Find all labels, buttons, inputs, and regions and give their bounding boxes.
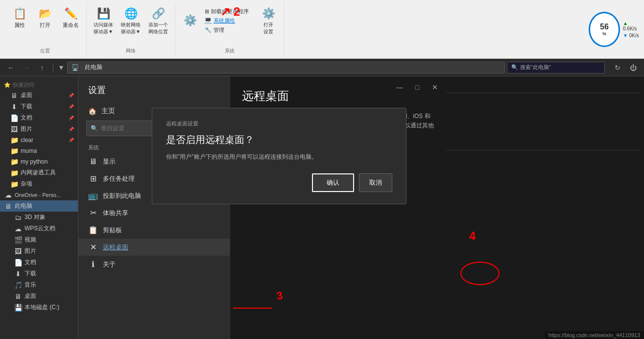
refresh-button[interactable]: ↻ <box>611 61 624 74</box>
video-icon: 🎬 <box>14 236 23 244</box>
project-icon: 📺 <box>88 191 98 200</box>
minimize-button[interactable]: — <box>393 80 406 94</box>
path-bar[interactable]: 🖥️ › 此电脑 <box>67 62 505 73</box>
up-button[interactable]: ↑ <box>35 61 49 74</box>
pictures-icon: 🖼 <box>10 125 19 133</box>
settings-title: 设置 <box>78 76 230 102</box>
sidebar-item-docs[interactable]: 📄 文档 📌 <box>0 112 78 123</box>
map-network-icon: 🌐 <box>123 6 139 22</box>
sidebar-item-desktop2[interactable]: 🖥 桌面 <box>0 291 78 302</box>
sidebar-item-muma[interactable]: 📁 muma <box>0 145 78 156</box>
sidebar-item-desktop[interactable]: 🖥 桌面 📌 <box>0 90 78 101</box>
onedrive-icon: ☁ <box>4 191 13 199</box>
desktop-icon: 🖥 <box>10 92 19 99</box>
open-icon: 📂 <box>37 6 53 22</box>
muma-icon: 📁 <box>10 147 19 155</box>
home-icon: 🏠 <box>88 107 96 115</box>
zaji-icon: 📁 <box>10 180 19 188</box>
sidebar-item-docs2[interactable]: 📄 文档 <box>0 257 78 268</box>
power-button[interactable]: ⏻ <box>626 61 640 74</box>
system-props-button[interactable]: 🖥️ 系统属性 <box>202 16 238 25</box>
sidebar-item-localc[interactable]: 💾 本地磁盘 (C:) <box>0 302 78 313</box>
sidebar-item-pictures[interactable]: 🖼 图片 📌 <box>0 123 78 135</box>
pic2-icon: 🖼 <box>14 247 23 255</box>
access-media-button[interactable]: 💾 访问媒体驱动器▼ <box>91 4 116 37</box>
properties-icon: 📋 <box>12 6 27 22</box>
map-network-button[interactable]: 🌐 映射网络驱动器▼ <box>118 4 143 37</box>
sidebar-item-download[interactable]: ⬇ 下载 📌 <box>0 101 78 112</box>
search-bar[interactable]: 🔍 搜索"此电脑" <box>507 62 605 73</box>
wpscloud-icon: ☁ <box>14 225 23 233</box>
sidebar-item-music[interactable]: 🎵 音乐 <box>0 279 78 291</box>
settings-icon: ⚙️ <box>182 13 198 28</box>
status-bar: https://blog.csdn.net/weixin_44110913 <box>545 331 644 339</box>
speed-values: ▲ 0.6K/s ▼ 0K/s <box>623 21 641 38</box>
recent-btn[interactable]: ▾ <box>57 62 65 73</box>
sidebar-item-dl2[interactable]: ⬇ 下载 <box>0 268 78 279</box>
search-icon: 🔍 <box>91 125 98 132</box>
confirm-button[interactable]: 确认 <box>312 173 354 192</box>
sidebar-item-zaji[interactable]: 📁 杂项 <box>0 178 78 190</box>
manage-button[interactable]: 🔧 管理 <box>202 25 227 35</box>
system-btn-labels: ⊞ 卸载或更改程序 🖥️ 系统属性 🔧 管理 <box>202 7 252 35</box>
docs2-icon: 📄 <box>14 259 23 266</box>
settings-item-clipboard[interactable]: 📋 剪贴板 <box>78 221 230 239</box>
docs-icon: 📄 <box>10 114 19 122</box>
rename-icon: ✏️ <box>63 6 78 22</box>
sidebar-item-pic2[interactable]: 🖼 图片 <box>0 245 78 257</box>
toolbar-row-location: 📋 属性 📂 打开 ✏️ 重命名 <box>8 4 82 31</box>
thispc-icon: 🖥 <box>4 202 13 210</box>
sidebar-item-thispc[interactable]: 🖥 此电脑 <box>0 200 78 212</box>
close-button[interactable]: ✕ <box>428 80 442 94</box>
display-icon: 🖥 <box>88 157 98 166</box>
settings-item-share[interactable]: ✂ 体验共享 <box>78 204 230 221</box>
add-network-icon: 🔗 <box>150 6 166 22</box>
add-network-button[interactable]: 🔗 添加一个网络位置 <box>145 4 171 37</box>
nav-divider <box>53 63 53 73</box>
sidebar: ⭐ 快速访问 🖥 桌面 📌 ⬇ 下载 📌 📄 文档 📌 🖼 图片 📌 📁 cle… <box>0 76 78 339</box>
share-icon: ✂ <box>88 208 98 218</box>
dialog-description: 你和"用户"账户下的所选用户将可以远程连接到这台电脑。 <box>166 152 392 162</box>
3d-icon: 🗂 <box>14 214 23 221</box>
sidebar-item-intranet[interactable]: 📁 内网渗透工具 <box>0 167 78 178</box>
toolbar-section-system: ⚙️ ⊞ 卸载或更改程序 🖥️ 系统属性 🔧 管理 <box>175 2 285 56</box>
dialog-title: 是否启用远程桌面？ <box>166 133 392 146</box>
dialog-buttons: 确认 取消 <box>166 173 392 192</box>
toolbar: 📋 属性 📂 打开 ✏️ 重命名 位置 💾 访问媒体驱动器▼ 🌐 映射网络驱动器… <box>0 0 644 59</box>
dl2-icon: ⬇ <box>14 270 23 278</box>
open-settings-button[interactable]: ⚙️ ⊞ 卸载或更改程序 🖥️ 系统属性 🔧 管理 <box>179 5 255 37</box>
desktop2-icon: 🖥 <box>14 292 23 300</box>
speed-circle: 56 % <box>589 12 620 47</box>
sidebar-item-wpscloud[interactable]: ☁ WPS云文档 <box>0 223 78 234</box>
back-button[interactable]: ← <box>4 61 18 74</box>
toolbar-section-network: 💾 访问媒体驱动器▼ 🌐 映射网络驱动器▼ 🔗 添加一个网络位置 网络 <box>87 2 175 56</box>
maximize-button[interactable]: □ <box>410 80 424 94</box>
remote-desktop-dialog: 远程桌面设置 是否启用远程桌面？ 你和"用户"账户下的所选用户将可以远程连接到这… <box>152 108 406 204</box>
location-section-label: 位置 <box>40 48 50 54</box>
open-settings-col: ⚙️ 打开设置 <box>257 4 280 37</box>
properties-button[interactable]: 📋 属性 <box>8 4 31 31</box>
open-main-settings-button[interactable]: ⚙️ 打开设置 <box>257 4 280 37</box>
settings-item-remote[interactable]: ✕ 远程桌面 <box>78 239 230 256</box>
open-main-icon: ⚙️ <box>261 6 276 22</box>
uninstall-button[interactable]: ⊞ 卸载或更改程序 <box>202 7 252 16</box>
sidebar-item-3d[interactable]: 🗂 3D 对象 <box>0 212 78 223</box>
open-button[interactable]: 📂 打开 <box>33 4 57 31</box>
intranet-icon: 📁 <box>10 169 19 177</box>
sidebar-item-video[interactable]: 🎬 视频 <box>0 234 78 245</box>
toolbar-section-location: 📋 属性 📂 打开 ✏️ 重命名 位置 <box>4 2 87 56</box>
dialog-header-label: 远程桌面设置 <box>166 120 392 127</box>
rename-button[interactable]: ✏️ 重命名 <box>59 4 82 31</box>
clipboard-icon: 📋 <box>88 225 98 235</box>
multitask-icon: ⊞ <box>88 174 98 183</box>
cancel-button[interactable]: 取消 <box>359 173 392 192</box>
settings-item-about[interactable]: ℹ 关于 <box>78 256 230 273</box>
sidebar-item-clear[interactable]: 📁 clear 📌 <box>0 135 78 145</box>
speed-indicator: 56 % ▲ 0.6K/s ▼ 0K/s <box>595 10 634 49</box>
sidebar-item-onedrive[interactable]: ☁ OneDrive - Perso... <box>0 190 78 200</box>
forward-button[interactable]: → <box>20 61 33 74</box>
sidebar-item-mypython[interactable]: 📁 my python <box>0 156 78 167</box>
toolbar-row-system: ⚙️ ⊞ 卸载或更改程序 🖥️ 系统属性 🔧 管理 <box>179 4 280 37</box>
nav-extra-buttons: ↻ ⏻ <box>611 61 640 74</box>
toolbar-row-network: 💾 访问媒体驱动器▼ 🌐 映射网络驱动器▼ 🔗 添加一个网络位置 <box>91 4 171 37</box>
